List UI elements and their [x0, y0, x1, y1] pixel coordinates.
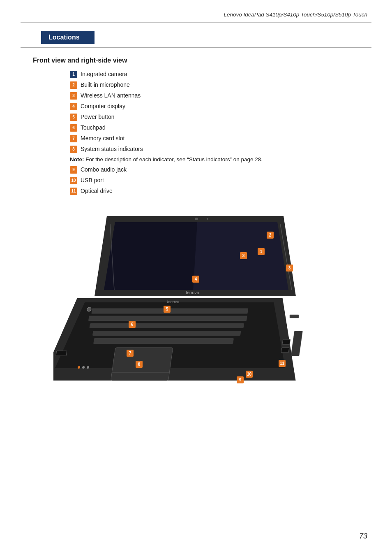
list-item: 8System status indicators: [70, 145, 392, 153]
svg-rect-30: [290, 315, 299, 318]
item-badge: 1: [70, 71, 77, 78]
item-badge: 4: [70, 103, 77, 110]
svg-rect-21: [56, 351, 67, 356]
item-badge: 11: [70, 188, 77, 195]
diagram-area: lenovo lenovo: [21, 204, 371, 393]
item-badge: 5: [70, 114, 77, 121]
note-text: Note: For the description of each indica…: [70, 155, 392, 164]
item-list: 1Integrated camera2Built-in microphone3W…: [70, 70, 392, 153]
callout-8: 8: [136, 361, 143, 368]
item-list-2: 9Combo audio jack10USB port11Optical dri…: [70, 165, 392, 195]
item-badge: 2: [70, 81, 77, 89]
callout-5: 5: [164, 306, 171, 313]
item-label: Optical drive: [81, 187, 113, 195]
list-item: 4Computer display: [70, 102, 392, 111]
list-item: 9Combo audio jack: [70, 165, 392, 174]
svg-text:lenovo: lenovo: [186, 290, 199, 295]
callout-10: 10: [246, 371, 253, 378]
list-item: 10USB port: [70, 176, 392, 185]
list-item: 2Built-in microphone: [70, 81, 392, 89]
callout-11: 11: [279, 360, 286, 367]
item-label: Memory card slot: [81, 134, 125, 143]
svg-rect-5: [92, 331, 241, 336]
item-label: System status indicators: [81, 145, 143, 153]
item-badge: 10: [70, 177, 77, 184]
section-container: Locations: [21, 22, 371, 44]
item-label: Power button: [81, 113, 115, 121]
svg-rect-18: [282, 339, 291, 344]
item-label: Integrated camera: [81, 70, 127, 79]
divider-line: [21, 47, 371, 48]
callout-9: 9: [237, 376, 244, 383]
list-item: 11Optical drive: [70, 187, 392, 195]
svg-rect-6: [93, 338, 234, 344]
svg-rect-20: [291, 331, 302, 356]
callout-3b: 3: [286, 265, 293, 272]
page-number: 73: [359, 532, 367, 541]
callout-6: 6: [129, 321, 136, 328]
svg-rect-4: [89, 323, 244, 328]
page-header: Lenovo IdeaPad S410p/S410p Touch/S510p/S…: [0, 0, 392, 22]
section-banner: Locations: [41, 31, 95, 44]
callout-3a: 3: [240, 252, 247, 259]
callout-7: 7: [127, 350, 134, 357]
item-badge: 3: [70, 92, 77, 100]
laptop-illustration: lenovo lenovo: [53, 204, 341, 389]
item-label: Built-in microphone: [81, 81, 130, 89]
item-label: Touchpad: [81, 123, 106, 132]
svg-rect-19: [281, 348, 289, 353]
item-label: Combo audio jack: [81, 165, 127, 174]
list-item: 1Integrated camera: [70, 70, 392, 79]
item-badge: 7: [70, 135, 77, 142]
svg-text:lenovo: lenovo: [167, 299, 180, 304]
callout-2: 2: [267, 232, 274, 239]
list-item: 7Memory card slot: [70, 134, 392, 143]
item-label: Computer display: [81, 102, 125, 111]
callout-1: 1: [258, 248, 265, 255]
item-label: Wireless LAN antennas: [81, 91, 141, 100]
item-badge: 8: [70, 146, 77, 153]
svg-point-26: [195, 218, 198, 220]
list-item: 3Wireless LAN antennas: [70, 91, 392, 100]
item-badge: 6: [70, 124, 77, 132]
svg-rect-3: [88, 316, 247, 321]
svg-marker-24: [104, 222, 197, 290]
callout-4: 4: [192, 276, 199, 283]
subsection-title: Front view and right-side view: [33, 57, 392, 64]
item-badge: 9: [70, 166, 77, 174]
list-item: 5Power button: [70, 113, 392, 121]
svg-point-27: [207, 218, 208, 220]
item-label: USB port: [81, 176, 104, 185]
list-item: 6Touchpad: [70, 123, 392, 132]
